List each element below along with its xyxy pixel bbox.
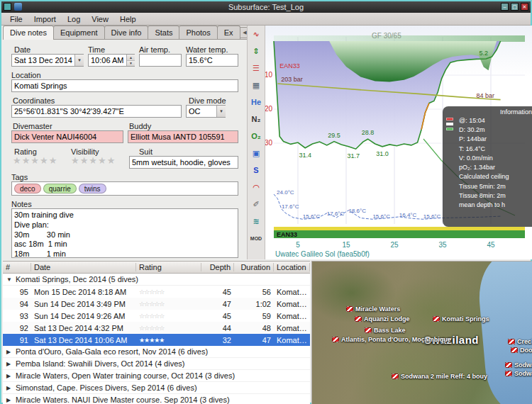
- tab-stats[interactable]: Stats: [148, 26, 179, 39]
- tag-chip[interactable]: quarrie: [43, 184, 77, 193]
- temp-value-label: 15.6°C: [372, 213, 390, 220]
- location-input[interactable]: [11, 79, 238, 92]
- map-panel[interactable]: Swaziland Miracle WatersAquanzi LodgeKom…: [311, 261, 532, 404]
- tag-chip[interactable]: twins: [79, 184, 106, 193]
- divemaster-input[interactable]: [11, 130, 123, 143]
- column-header[interactable]: Location: [274, 263, 310, 271]
- coordinates-input[interactable]: [11, 105, 182, 118]
- minimize-button[interactable]: –: [501, 3, 509, 11]
- watertemp-input[interactable]: [186, 54, 238, 67]
- close-button[interactable]: ✕: [521, 3, 528, 11]
- map-marker[interactable]: Sodwana 2: [505, 370, 532, 377]
- menu-file[interactable]: File: [4, 13, 28, 25]
- trip-row[interactable]: ▶Ponta d'Ouro, Gala-Gala eco resort, Nov…: [3, 346, 310, 358]
- trip-row[interactable]: ▶Miracle Waters. NAUI Dive Master course…: [3, 394, 310, 404]
- map-marker[interactable]: Sodwana 2 mile Reff: 4 bouy: [392, 373, 487, 380]
- depth-value-label: 31.7: [347, 152, 360, 159]
- expand-icon[interactable]: ▶: [6, 373, 13, 379]
- grid-toggle-icon[interactable]: ▦: [248, 77, 264, 94]
- tab-photos[interactable]: Photos: [179, 26, 217, 39]
- rating-stars[interactable]: ★★★★★: [13, 155, 57, 166]
- tab-dive-info[interactable]: Dive info: [104, 26, 149, 39]
- photos-toggle-icon[interactable]: ▣: [248, 145, 264, 162]
- dive-row[interactable]: 92Sat 13 Dec 2014 4:32 PM☆☆☆☆☆4448Komati…: [3, 322, 310, 334]
- mod-toggle-icon[interactable]: MOD: [248, 230, 264, 247]
- pp-graph-toggle-icon[interactable]: ∿: [248, 26, 264, 43]
- dive-notes-panel: Dive notesEquipmentDive infoStatsPhotosE…: [3, 26, 247, 259]
- trip-row[interactable]: ▶Simonstad, Cape. Pisces Divers, Sep 201…: [3, 382, 310, 394]
- menu-import[interactable]: Import: [28, 13, 62, 25]
- info-box-lines: @: 15:04D: 30.2mP: 144barT: 16.4°CV: 0.0…: [445, 116, 532, 210]
- menubar: FileImportLogViewHelp: [1, 13, 531, 26]
- date-dropdown-icon[interactable]: ▾: [74, 55, 84, 66]
- trip-row[interactable]: ▶Miracle Waters, Open Water training cou…: [3, 370, 310, 382]
- tissues-toggle-icon[interactable]: ≋: [248, 213, 264, 230]
- map-marker[interactable]: Sodwana 7: [505, 361, 532, 369]
- column-header[interactable]: Duration: [234, 263, 274, 271]
- visibility-stars[interactable]: ★★★★★: [71, 155, 116, 166]
- n2-graph-toggle-icon[interactable]: N₂: [248, 111, 264, 128]
- trip-label: Ponta d'Ouro, Gala-Gala eco resort, Nov …: [16, 347, 208, 356]
- sac-rate-toggle-icon[interactable]: S: [248, 162, 264, 179]
- map-marker[interactable]: Aquanzi Lodge: [355, 315, 410, 322]
- spin-down-icon[interactable]: ▼: [127, 61, 135, 67]
- temp-value-label: 15.6°C: [303, 213, 321, 220]
- buddy-input[interactable]: [128, 130, 238, 143]
- tag-chip[interactable]: deco: [14, 184, 41, 193]
- tab-equipment[interactable]: Equipment: [53, 26, 105, 39]
- suit-input[interactable]: [129, 156, 238, 169]
- map-marker[interactable]: Bass Lake: [365, 327, 406, 334]
- tab-dive-notes[interactable]: Dive notes: [3, 26, 54, 40]
- info-line: Calculated ceiling: [459, 172, 532, 181]
- divemode-dropdown-icon[interactable]: ▾: [216, 106, 226, 117]
- dive-flag-icon: [433, 316, 440, 322]
- depth-tick-label: 10: [265, 71, 272, 79]
- airtemp-input[interactable]: [139, 54, 182, 67]
- time-spinner[interactable]: ▲▼: [126, 55, 135, 66]
- map-marker[interactable]: Doodles,: [511, 347, 532, 354]
- ceiling-toggle-icon[interactable]: ◠: [248, 179, 264, 196]
- column-header[interactable]: Depth: [201, 263, 234, 271]
- map-marker[interactable]: Miracle Waters: [346, 305, 400, 313]
- expand-icon[interactable]: ▶: [6, 349, 13, 355]
- spin-up-icon[interactable]: ▲: [127, 55, 135, 61]
- airtemp-label: Air temp.: [139, 45, 170, 54]
- ruler-toggle-icon[interactable]: ✐: [248, 196, 264, 213]
- o2-graph-toggle-icon[interactable]: O₂: [248, 128, 264, 145]
- map-marker-label: Sodwana 2: [514, 370, 532, 377]
- column-header[interactable]: #: [3, 263, 31, 271]
- menu-log[interactable]: Log: [62, 13, 86, 25]
- menu-help[interactable]: Help: [114, 13, 142, 25]
- collapse-icon[interactable]: ▼: [6, 276, 13, 283]
- buddy-label: Buddy: [129, 122, 151, 130]
- expand-icon[interactable]: ▶: [6, 397, 13, 403]
- expand-icon[interactable]: ▶: [6, 361, 13, 367]
- tags-input[interactable]: decoquarrietwins: [11, 181, 238, 196]
- tab-ex[interactable]: Ex: [217, 26, 240, 39]
- dive-profile-panel: EAN33515253545102030GF 30/65EAN33203 bar…: [265, 26, 532, 259]
- dive-row[interactable]: 93Sun 14 Dec 2014 9:26 AM☆☆☆☆☆4559Komati…: [3, 310, 310, 322]
- notes-textarea[interactable]: 30m training dive Dive plan: 30m 30 min …: [11, 208, 238, 258]
- trip-row[interactable]: ▶Pemba Island: Swahili Divers, Oct 2014 …: [3, 358, 310, 370]
- menu-view[interactable]: View: [86, 13, 114, 25]
- date-input[interactable]: [11, 54, 84, 67]
- maximize-button[interactable]: ▢: [511, 3, 519, 11]
- expand-icon[interactable]: ▶: [6, 385, 13, 391]
- dive-location: Komati Springs: [274, 324, 310, 332]
- he-graph-toggle-icon[interactable]: He: [248, 94, 264, 111]
- scale-toggle-icon[interactable]: ⇕: [248, 43, 264, 60]
- events-toggle-icon[interactable]: ☰: [248, 60, 264, 77]
- dive-row[interactable]: 94Sun 14 Dec 2014 3:49 PM☆☆☆☆☆471:02Koma…: [3, 298, 310, 310]
- dive-location: Komati Springs: [274, 312, 310, 320]
- map-marker[interactable]: Creche,: [508, 338, 532, 345]
- map-marker-label: Bass Lake: [374, 327, 406, 334]
- map-marker[interactable]: Komati Springs: [433, 315, 489, 322]
- column-header[interactable]: Rating: [136, 263, 201, 271]
- depth-value-label: 5.2: [480, 50, 489, 57]
- trip-row[interactable]: ▼Komati Springs, Dec 2014 (5 dives): [3, 274, 310, 286]
- dive-row[interactable]: 95Mon 15 Dec 2014 8:18 AM☆☆☆☆☆4556Komati…: [3, 286, 310, 298]
- column-header[interactable]: Date: [31, 263, 136, 271]
- map-marker[interactable]: Atlantis, Ponta d'Ouro, Moçambique: [332, 336, 451, 343]
- dive-row[interactable]: 91Sat 13 Dec 2014 10:06 AM★★★★★3247Komat…: [3, 334, 310, 346]
- dive-depth: 45: [201, 288, 234, 296]
